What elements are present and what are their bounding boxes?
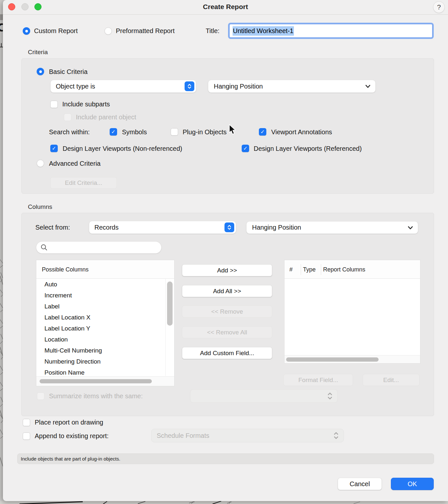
select-from-popup-value: Records	[94, 224, 118, 231]
advanced-criteria-label: Advanced Criteria	[49, 160, 101, 167]
object-value-dropdown-value: Hanging Position	[214, 83, 263, 90]
possible-column-item[interactable]: Label Location X	[36, 312, 156, 323]
plugin-objects-label: Plug-in Objects	[183, 128, 227, 136]
object-type-popup-value: Object type is	[56, 83, 95, 90]
append-report-checkbox[interactable]	[23, 432, 30, 440]
popup-stepper-icon	[327, 392, 333, 400]
include-parent-object-label: Include parent object	[76, 113, 136, 121]
viewport-annotations-checkbox[interactable]: ✓	[259, 128, 266, 136]
viewport-annotations-label: Viewport Annotations	[271, 128, 332, 136]
remove-all-button: << Remove All	[182, 326, 272, 338]
columns-groupbox: Select from: Records Hanging Position Po…	[21, 213, 434, 416]
append-report-popup-value: Schedule Formats	[157, 432, 209, 439]
title-input[interactable]: Untitled Worksheet-1	[229, 24, 433, 38]
popup-stepper-icon	[224, 222, 234, 232]
possible-columns-vertical-scrollbar[interactable]	[167, 282, 173, 326]
format-field-button: Format Field...	[284, 374, 353, 386]
dlv-referenced-checkbox[interactable]: ✓	[242, 145, 249, 152]
cancel-button[interactable]: Cancel	[338, 478, 382, 490]
record-dropdown-value: Hanging Position	[252, 224, 301, 231]
column-separator	[301, 264, 301, 275]
append-report-popup: Schedule Formats	[151, 429, 344, 442]
possible-columns-horizontal-scrollbar[interactable]	[40, 379, 152, 383]
possible-column-item[interactable]: Auto	[36, 279, 156, 290]
possible-columns-panel: Possible Columns Auto Increment Label La…	[36, 260, 175, 386]
status-bar: Include objects that are part of plug-in…	[17, 453, 434, 464]
summarize-label: Summarize items with the same:	[49, 392, 143, 400]
possible-columns-header: Possible Columns	[36, 260, 174, 279]
add-all-button[interactable]: Add All >>	[182, 285, 272, 297]
symbols-label: Symbols	[122, 128, 147, 136]
possible-column-item[interactable]: Location	[36, 334, 156, 345]
object-type-popup[interactable]: Object type is	[50, 80, 196, 93]
possible-column-item[interactable]: Label Location Y	[36, 323, 156, 334]
report-table-horizontal-scrollbar[interactable]	[286, 357, 379, 362]
dlv-nonreferenced-label: Design Layer Viewports (Non-referenced)	[63, 145, 182, 152]
advanced-criteria-radio[interactable]	[37, 160, 44, 167]
possible-columns-hscroll-track	[36, 376, 174, 386]
status-text: Include objects that are part of plug-in…	[21, 456, 120, 462]
title-input-selected-text: Untitled Worksheet-1	[233, 26, 294, 36]
popup-stepper-icon	[185, 81, 194, 91]
select-from-label: Select from:	[35, 223, 70, 231]
possible-column-item[interactable]: Increment	[36, 290, 156, 301]
title-field-label: Title:	[206, 27, 220, 35]
include-subparts-checkbox[interactable]	[50, 101, 58, 108]
column-header-report-columns[interactable]: Report Columns	[323, 266, 365, 273]
report-table-hscroll-track	[285, 355, 420, 363]
create-report-dialog: Create Report ? Custom Report Preformatt…	[3, 0, 448, 501]
report-columns-table-body[interactable]	[285, 279, 420, 355]
ok-button[interactable]: OK	[391, 478, 434, 490]
summarize-popup	[190, 389, 338, 403]
possible-column-item[interactable]: Label	[36, 301, 156, 312]
symbols-checkbox[interactable]: ✓	[110, 128, 117, 136]
column-header-type[interactable]: Type	[303, 266, 316, 273]
criteria-groupbox: Basic Criteria Object type is Hanging Po…	[21, 58, 434, 194]
chevron-down-icon	[365, 84, 371, 88]
basic-criteria-radio[interactable]	[37, 68, 44, 75]
chevron-down-icon	[407, 226, 413, 230]
select-from-popup[interactable]: Records	[89, 221, 236, 234]
popup-stepper-icon	[333, 431, 339, 440]
include-subparts-label: Include subparts	[62, 100, 110, 108]
preformatted-report-radio[interactable]	[104, 27, 112, 35]
search-within-label: Search within:	[49, 128, 90, 136]
object-value-dropdown[interactable]: Hanging Position	[208, 80, 376, 93]
dlv-nonreferenced-checkbox[interactable]: ✓	[50, 145, 58, 152]
record-dropdown[interactable]: Hanging Position	[246, 221, 418, 234]
plugin-objects-checkbox[interactable]	[171, 128, 178, 136]
add-button[interactable]: Add >>	[182, 264, 272, 276]
add-custom-field-button[interactable]: Add Custom Field...	[182, 347, 272, 359]
summarize-checkbox	[37, 392, 44, 400]
include-parent-object-checkbox	[64, 114, 71, 121]
basic-criteria-label: Basic Criteria	[49, 68, 88, 76]
place-report-checkbox[interactable]	[23, 419, 30, 426]
mouse-cursor	[228, 124, 238, 135]
column-separator	[321, 264, 321, 275]
search-icon	[40, 244, 48, 251]
edit-button: Edit...	[363, 374, 419, 386]
column-header-number[interactable]: #	[289, 266, 293, 273]
report-columns-table-header: # Type Report Columns	[285, 260, 420, 279]
background-drawing-bottom-strip	[0, 501, 448, 504]
custom-report-radio[interactable]	[23, 27, 30, 35]
dialog-title: Create Report	[3, 3, 448, 11]
preformatted-report-label: Preformatted Report	[116, 27, 175, 35]
columns-section-label: Columns	[28, 203, 52, 210]
custom-report-label: Custom Report	[34, 27, 78, 35]
remove-button: << Remove	[182, 306, 272, 318]
place-report-label: Place report on drawing	[35, 418, 103, 426]
append-report-label: Append to existing report:	[35, 432, 109, 440]
possible-column-item[interactable]: Multi-Cell Numbering	[36, 345, 156, 356]
help-button[interactable]: ?	[433, 1, 445, 13]
edit-criteria-button: Edit Criteria...	[50, 177, 117, 189]
report-columns-table: # Type Report Columns	[284, 260, 420, 364]
dialog-titlebar[interactable]: Create Report ?	[3, 0, 448, 15]
possible-column-item[interactable]: Numbering Direction	[36, 356, 156, 367]
dlv-referenced-label: Design Layer Viewports (Referenced)	[254, 145, 362, 152]
possible-columns-header-label: Possible Columns	[42, 266, 89, 273]
column-search-input[interactable]	[36, 241, 162, 254]
criteria-section-label: Criteria	[28, 49, 48, 56]
list-divider	[165, 279, 166, 376]
